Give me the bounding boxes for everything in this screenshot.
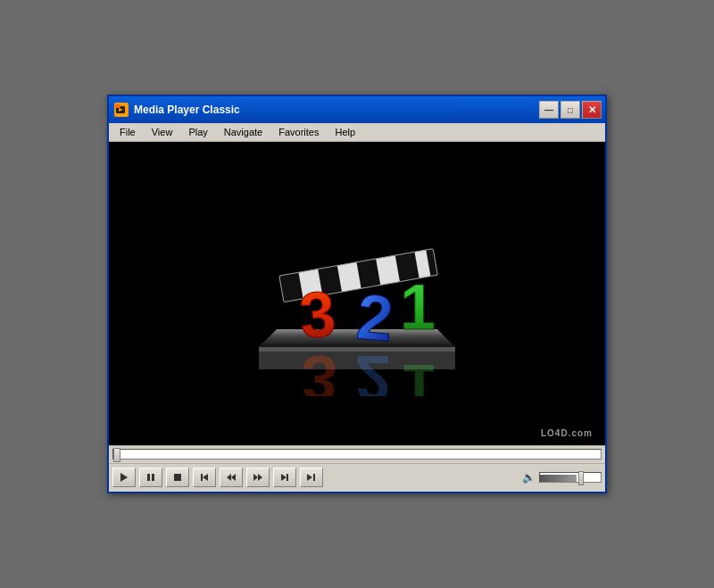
title-bar-left: Media Player Classic <box>114 103 240 117</box>
volume-fill <box>540 475 577 482</box>
svg-marker-23 <box>227 474 231 481</box>
svg-text:3: 3 <box>302 343 337 396</box>
mpc-logo: 3 <box>223 191 491 396</box>
menu-play[interactable]: Play <box>181 125 214 139</box>
next-button[interactable] <box>273 468 296 487</box>
step-button[interactable] <box>300 468 323 487</box>
svg-text:1: 1 <box>400 271 436 343</box>
step-icon <box>306 472 317 483</box>
volume-area: 🔈 <box>522 471 602 484</box>
rewind-icon <box>226 472 237 483</box>
volume-slider[interactable] <box>539 472 602 483</box>
prev-button[interactable] <box>193 468 216 487</box>
menu-bar: File View Play Navigate Favorites Help <box>109 123 605 142</box>
svg-marker-29 <box>307 474 312 481</box>
stop-button[interactable] <box>166 468 189 487</box>
volume-icon: 🔈 <box>522 471 536 484</box>
menu-view[interactable]: View <box>145 125 180 139</box>
video-area: 3 <box>109 142 605 445</box>
svg-marker-27 <box>281 474 286 481</box>
rewind-button[interactable] <box>220 468 243 487</box>
svg-text:3: 3 <box>296 277 338 352</box>
maximize-button[interactable]: □ <box>560 101 580 119</box>
svg-text:1: 1 <box>400 352 436 396</box>
play-icon <box>119 472 129 483</box>
controls-area: 🔈 <box>109 463 605 492</box>
menu-help[interactable]: Help <box>328 125 362 139</box>
menu-file[interactable]: File <box>112 125 143 139</box>
svg-rect-2 <box>115 104 120 108</box>
fast-forward-icon <box>253 472 263 483</box>
menu-favorites[interactable]: Favorites <box>271 125 326 139</box>
next-icon <box>279 472 290 483</box>
svg-marker-24 <box>231 474 236 481</box>
svg-marker-17 <box>120 473 128 482</box>
screenshot-container: Media Player Classic — □ ✕ File View Pla… <box>0 0 714 588</box>
svg-rect-20 <box>174 474 181 481</box>
svg-rect-30 <box>313 474 315 481</box>
svg-rect-28 <box>286 474 288 481</box>
seek-bar[interactable] <box>112 449 602 460</box>
title-bar-buttons: — □ ✕ <box>539 101 602 119</box>
fast-forward-button[interactable] <box>246 468 270 487</box>
minimize-button[interactable]: — <box>539 101 559 119</box>
svg-rect-19 <box>152 474 154 481</box>
pause-button[interactable] <box>139 468 162 487</box>
seek-area <box>109 445 605 463</box>
volume-thumb[interactable] <box>578 471 584 485</box>
window: Media Player Classic — □ ✕ File View Pla… <box>107 95 607 493</box>
svg-marker-26 <box>258 474 262 481</box>
svg-text:2: 2 <box>355 343 391 396</box>
svg-marker-25 <box>253 474 258 481</box>
svg-rect-18 <box>147 474 150 481</box>
watermark: LO4D.com <box>537 427 596 438</box>
seek-thumb[interactable] <box>113 448 120 462</box>
app-icon <box>114 103 129 117</box>
title-bar: Media Player Classic — □ ✕ <box>109 96 605 123</box>
svg-marker-22 <box>203 474 208 481</box>
menu-navigate[interactable]: Navigate <box>217 125 270 139</box>
window-title: Media Player Classic <box>134 104 240 116</box>
prev-icon <box>199 472 210 483</box>
pause-icon <box>145 472 156 483</box>
close-button[interactable]: ✕ <box>582 101 602 119</box>
play-button[interactable] <box>112 468 136 487</box>
svg-rect-21 <box>201 474 203 481</box>
stop-icon <box>172 472 183 483</box>
